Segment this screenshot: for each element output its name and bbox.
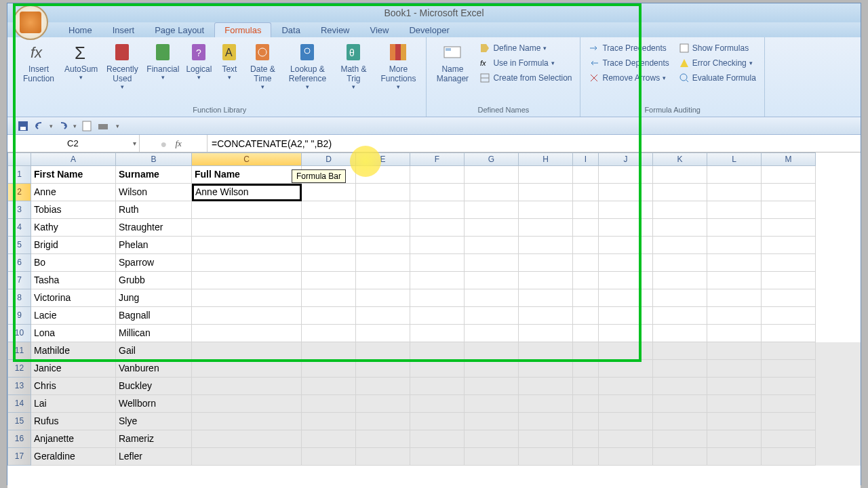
cell[interactable]: Anjanette: [31, 430, 116, 448]
cell[interactable]: [356, 307, 410, 325]
cell[interactable]: [599, 448, 653, 466]
cell[interactable]: [599, 342, 653, 360]
cell[interactable]: [519, 307, 573, 325]
evaluate-formula-button[interactable]: Evaluate Formula: [676, 71, 759, 85]
financial-button[interactable]: Financial ▾: [144, 40, 182, 92]
col-header-M[interactable]: M: [762, 152, 816, 166]
cell[interactable]: [573, 184, 599, 201]
cell[interactable]: [519, 201, 573, 219]
cell[interactable]: [410, 307, 465, 325]
cell[interactable]: [410, 413, 465, 430]
cell[interactable]: [302, 360, 356, 378]
cell[interactable]: [519, 448, 573, 466]
cell[interactable]: [573, 430, 599, 448]
cell[interactable]: [519, 219, 573, 237]
cell[interactable]: [519, 413, 573, 430]
cell[interactable]: [356, 201, 410, 219]
cell[interactable]: [410, 254, 465, 272]
trace-precedents-button[interactable]: Trace Precedents: [586, 41, 671, 55]
cell[interactable]: [302, 201, 356, 219]
cell[interactable]: [465, 201, 519, 219]
cell[interactable]: [302, 307, 356, 325]
row-header[interactable]: 10: [7, 325, 31, 342]
cell[interactable]: [519, 378, 573, 395]
cell[interactable]: [356, 325, 410, 342]
cell[interactable]: Ruth: [116, 201, 192, 219]
cell[interactable]: [573, 360, 599, 378]
row-header[interactable]: 4: [7, 219, 31, 237]
cell[interactable]: [599, 166, 653, 184]
cell[interactable]: Slye: [116, 413, 192, 430]
cell[interactable]: [762, 254, 816, 272]
cell[interactable]: [653, 342, 707, 360]
cell[interactable]: [653, 378, 707, 395]
col-header-B[interactable]: B: [116, 152, 192, 166]
cell[interactable]: [465, 254, 519, 272]
cell[interactable]: [573, 237, 599, 254]
cell[interactable]: [465, 272, 519, 289]
cell[interactable]: [356, 272, 410, 289]
cell[interactable]: [192, 254, 302, 272]
cell[interactable]: Mathilde: [31, 342, 116, 360]
cell[interactable]: [573, 166, 599, 184]
cell[interactable]: [519, 289, 573, 307]
row-header[interactable]: 3: [7, 201, 31, 219]
row-header[interactable]: 11: [7, 342, 31, 360]
cell[interactable]: [302, 378, 356, 395]
cell[interactable]: Lacie: [31, 307, 116, 325]
cell[interactable]: [410, 272, 465, 289]
cell[interactable]: [519, 395, 573, 413]
col-header-C[interactable]: C: [192, 152, 302, 166]
row-header[interactable]: 15: [7, 413, 31, 430]
cell[interactable]: [762, 360, 816, 378]
cell[interactable]: [302, 342, 356, 360]
cell[interactable]: [599, 378, 653, 395]
cell[interactable]: [653, 395, 707, 413]
cell[interactable]: [465, 395, 519, 413]
cell[interactable]: [599, 325, 653, 342]
cell[interactable]: [707, 395, 762, 413]
cell[interactable]: [573, 342, 599, 360]
cell[interactable]: [762, 184, 816, 201]
cell[interactable]: [302, 237, 356, 254]
cell[interactable]: [707, 219, 762, 237]
cell[interactable]: [519, 272, 573, 289]
cell[interactable]: [707, 184, 762, 201]
cell[interactable]: [356, 166, 410, 184]
cell[interactable]: Full Name: [192, 166, 302, 184]
cell[interactable]: [302, 325, 356, 342]
cell[interactable]: [653, 201, 707, 219]
cell[interactable]: Wellborn: [116, 395, 192, 413]
cell[interactable]: [465, 342, 519, 360]
cell[interactable]: Lona: [31, 325, 116, 342]
cell[interactable]: [356, 378, 410, 395]
col-header-J[interactable]: J: [599, 152, 653, 166]
tab-page-layout[interactable]: Page Layout: [144, 22, 214, 37]
new-icon[interactable]: [81, 120, 93, 132]
row-header[interactable]: 12: [7, 360, 31, 378]
cell[interactable]: [302, 395, 356, 413]
cell[interactable]: Tasha: [31, 272, 116, 289]
redo-icon[interactable]: [57, 120, 69, 132]
cell[interactable]: [192, 307, 302, 325]
cell[interactable]: [356, 237, 410, 254]
row-header[interactable]: 16: [7, 430, 31, 448]
cell[interactable]: [192, 201, 302, 219]
cell[interactable]: [192, 219, 302, 237]
cell[interactable]: [707, 448, 762, 466]
cell[interactable]: [599, 272, 653, 289]
cell[interactable]: [410, 395, 465, 413]
cell[interactable]: [302, 413, 356, 430]
col-header-A[interactable]: A: [31, 152, 116, 166]
cell[interactable]: [519, 166, 573, 184]
cell[interactable]: [573, 254, 599, 272]
cell[interactable]: Geraldine: [31, 448, 116, 466]
logical-button[interactable]: ? Logical ▾: [183, 40, 214, 92]
cell[interactable]: [410, 184, 465, 201]
cell[interactable]: [707, 289, 762, 307]
create-from-selection-button[interactable]: Create from Selection: [477, 71, 574, 85]
cell[interactable]: [653, 254, 707, 272]
cell[interactable]: [465, 325, 519, 342]
cell[interactable]: Brigid: [31, 237, 116, 254]
col-header-E[interactable]: E: [356, 152, 410, 166]
